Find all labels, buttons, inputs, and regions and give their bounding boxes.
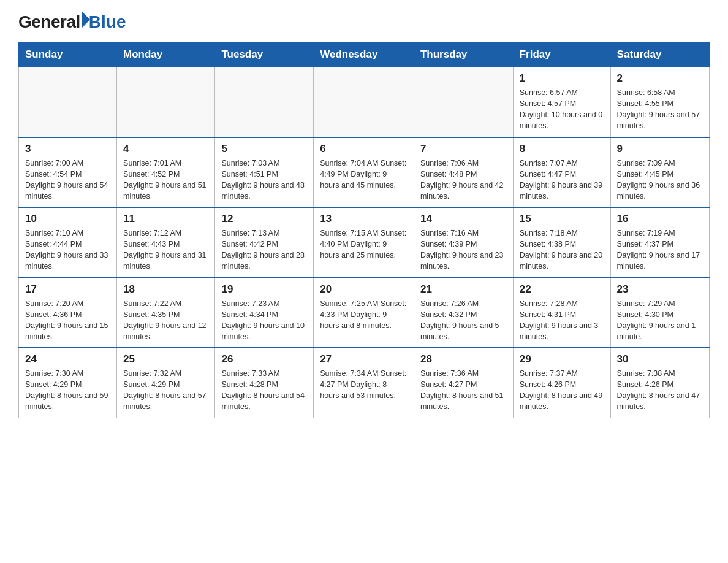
calendar-cell: 15Sunrise: 7:18 AM Sunset: 4:38 PM Dayli… bbox=[513, 207, 610, 278]
calendar-week-row: 17Sunrise: 7:20 AM Sunset: 4:36 PM Dayli… bbox=[19, 278, 710, 348]
calendar-cell: 4Sunrise: 7:01 AM Sunset: 4:52 PM Daylig… bbox=[117, 137, 215, 208]
day-number: 24 bbox=[25, 353, 110, 366]
day-number: 8 bbox=[520, 143, 604, 155]
day-number: 12 bbox=[221, 213, 307, 225]
calendar-cell: 16Sunrise: 7:19 AM Sunset: 4:37 PM Dayli… bbox=[610, 207, 709, 278]
day-info: Sunrise: 7:34 AM Sunset: 4:27 PM Dayligh… bbox=[320, 368, 408, 401]
day-number: 10 bbox=[25, 213, 110, 225]
logo-general-text: General bbox=[18, 12, 80, 32]
logo-blue-text: Blue bbox=[89, 12, 126, 32]
day-number: 23 bbox=[617, 283, 703, 296]
weekday-header-tuesday: Tuesday bbox=[215, 42, 314, 67]
calendar-cell: 26Sunrise: 7:33 AM Sunset: 4:28 PM Dayli… bbox=[215, 348, 314, 418]
weekday-header-wednesday: Wednesday bbox=[314, 42, 414, 67]
day-info: Sunrise: 7:30 AM Sunset: 4:29 PM Dayligh… bbox=[25, 368, 110, 413]
day-number: 25 bbox=[123, 353, 208, 366]
calendar-cell: 7Sunrise: 7:06 AM Sunset: 4:48 PM Daylig… bbox=[414, 137, 513, 208]
day-number: 29 bbox=[520, 353, 604, 366]
calendar-cell: 20Sunrise: 7:25 AM Sunset: 4:33 PM Dayli… bbox=[314, 278, 414, 348]
day-number: 3 bbox=[25, 143, 110, 155]
day-number: 14 bbox=[420, 213, 507, 225]
day-info: Sunrise: 7:13 AM Sunset: 4:42 PM Dayligh… bbox=[221, 228, 307, 272]
day-number: 4 bbox=[123, 143, 208, 155]
day-info: Sunrise: 7:00 AM Sunset: 4:54 PM Dayligh… bbox=[25, 158, 110, 202]
calendar-cell: 23Sunrise: 7:29 AM Sunset: 4:30 PM Dayli… bbox=[610, 278, 709, 348]
day-number: 19 bbox=[221, 283, 307, 296]
calendar-cell: 6Sunrise: 7:04 AM Sunset: 4:49 PM Daylig… bbox=[314, 137, 414, 208]
weekday-header-friday: Friday bbox=[513, 42, 610, 67]
calendar-week-row: 24Sunrise: 7:30 AM Sunset: 4:29 PM Dayli… bbox=[19, 348, 710, 418]
day-number: 5 bbox=[221, 143, 307, 155]
calendar-cell: 8Sunrise: 7:07 AM Sunset: 4:47 PM Daylig… bbox=[513, 137, 610, 208]
day-info: Sunrise: 7:36 AM Sunset: 4:27 PM Dayligh… bbox=[420, 368, 507, 413]
calendar-cell: 1Sunrise: 6:57 AM Sunset: 4:57 PM Daylig… bbox=[513, 67, 610, 137]
calendar-week-row: 10Sunrise: 7:10 AM Sunset: 4:44 PM Dayli… bbox=[19, 207, 710, 278]
day-info: Sunrise: 7:03 AM Sunset: 4:51 PM Dayligh… bbox=[221, 158, 307, 202]
day-number: 26 bbox=[221, 353, 307, 366]
calendar-cell: 11Sunrise: 7:12 AM Sunset: 4:43 PM Dayli… bbox=[117, 207, 215, 278]
day-number: 2 bbox=[617, 72, 703, 85]
calendar-week-row: 1Sunrise: 6:57 AM Sunset: 4:57 PM Daylig… bbox=[19, 67, 710, 137]
day-info: Sunrise: 7:04 AM Sunset: 4:49 PM Dayligh… bbox=[320, 158, 408, 191]
page-header: General Blue bbox=[18, 12, 710, 32]
calendar-cell: 19Sunrise: 7:23 AM Sunset: 4:34 PM Dayli… bbox=[215, 278, 314, 348]
day-number: 16 bbox=[617, 213, 703, 225]
calendar-cell: 2Sunrise: 6:58 AM Sunset: 4:55 PM Daylig… bbox=[610, 67, 709, 137]
day-number: 13 bbox=[320, 213, 408, 225]
calendar-cell bbox=[314, 67, 414, 137]
day-number: 1 bbox=[520, 72, 604, 85]
calendar-week-row: 3Sunrise: 7:00 AM Sunset: 4:54 PM Daylig… bbox=[19, 137, 710, 208]
logo-arrow-icon bbox=[82, 11, 90, 28]
day-info: Sunrise: 7:09 AM Sunset: 4:45 PM Dayligh… bbox=[617, 158, 703, 202]
calendar-cell: 24Sunrise: 7:30 AM Sunset: 4:29 PM Dayli… bbox=[19, 348, 117, 418]
calendar-table: SundayMondayTuesdayWednesdayThursdayFrid… bbox=[18, 42, 710, 418]
day-info: Sunrise: 7:29 AM Sunset: 4:30 PM Dayligh… bbox=[617, 298, 703, 343]
day-info: Sunrise: 6:58 AM Sunset: 4:55 PM Dayligh… bbox=[617, 87, 703, 132]
weekday-header-monday: Monday bbox=[117, 42, 215, 67]
day-info: Sunrise: 7:26 AM Sunset: 4:32 PM Dayligh… bbox=[420, 298, 507, 343]
calendar-cell: 5Sunrise: 7:03 AM Sunset: 4:51 PM Daylig… bbox=[215, 137, 314, 208]
weekday-header-saturday: Saturday bbox=[610, 42, 709, 67]
day-number: 18 bbox=[123, 283, 208, 296]
day-number: 30 bbox=[617, 353, 703, 366]
calendar-cell: 30Sunrise: 7:38 AM Sunset: 4:26 PM Dayli… bbox=[610, 348, 709, 418]
weekday-header-sunday: Sunday bbox=[19, 42, 117, 67]
weekday-header-thursday: Thursday bbox=[414, 42, 513, 67]
calendar-cell: 27Sunrise: 7:34 AM Sunset: 4:27 PM Dayli… bbox=[314, 348, 414, 418]
day-info: Sunrise: 7:23 AM Sunset: 4:34 PM Dayligh… bbox=[221, 298, 307, 343]
calendar-cell bbox=[414, 67, 513, 137]
day-number: 27 bbox=[320, 353, 408, 366]
calendar-cell bbox=[215, 67, 314, 137]
day-number: 21 bbox=[420, 283, 507, 296]
day-info: Sunrise: 6:57 AM Sunset: 4:57 PM Dayligh… bbox=[520, 87, 604, 132]
day-number: 7 bbox=[420, 143, 507, 155]
day-number: 9 bbox=[617, 143, 703, 155]
day-info: Sunrise: 7:12 AM Sunset: 4:43 PM Dayligh… bbox=[123, 228, 208, 272]
calendar-cell bbox=[19, 67, 117, 137]
calendar-cell: 18Sunrise: 7:22 AM Sunset: 4:35 PM Dayli… bbox=[117, 278, 215, 348]
day-info: Sunrise: 7:06 AM Sunset: 4:48 PM Dayligh… bbox=[420, 158, 507, 202]
calendar-cell: 29Sunrise: 7:37 AM Sunset: 4:26 PM Dayli… bbox=[513, 348, 610, 418]
calendar-cell bbox=[117, 67, 215, 137]
calendar-cell: 13Sunrise: 7:15 AM Sunset: 4:40 PM Dayli… bbox=[314, 207, 414, 278]
day-info: Sunrise: 7:22 AM Sunset: 4:35 PM Dayligh… bbox=[123, 298, 208, 343]
day-number: 28 bbox=[420, 353, 507, 366]
day-number: 15 bbox=[520, 213, 604, 225]
day-info: Sunrise: 7:18 AM Sunset: 4:38 PM Dayligh… bbox=[520, 228, 604, 272]
day-info: Sunrise: 7:28 AM Sunset: 4:31 PM Dayligh… bbox=[520, 298, 604, 343]
day-number: 22 bbox=[520, 283, 604, 296]
day-number: 6 bbox=[320, 143, 408, 155]
day-number: 20 bbox=[320, 283, 408, 296]
day-info: Sunrise: 7:25 AM Sunset: 4:33 PM Dayligh… bbox=[320, 298, 408, 331]
day-number: 11 bbox=[123, 213, 208, 225]
day-info: Sunrise: 7:19 AM Sunset: 4:37 PM Dayligh… bbox=[617, 228, 703, 272]
calendar-cell: 3Sunrise: 7:00 AM Sunset: 4:54 PM Daylig… bbox=[19, 137, 117, 208]
day-info: Sunrise: 7:10 AM Sunset: 4:44 PM Dayligh… bbox=[25, 228, 110, 272]
calendar-cell: 22Sunrise: 7:28 AM Sunset: 4:31 PM Dayli… bbox=[513, 278, 610, 348]
day-info: Sunrise: 7:33 AM Sunset: 4:28 PM Dayligh… bbox=[221, 368, 307, 413]
calendar-cell: 28Sunrise: 7:36 AM Sunset: 4:27 PM Dayli… bbox=[414, 348, 513, 418]
logo: General Blue bbox=[18, 12, 126, 32]
calendar-cell: 9Sunrise: 7:09 AM Sunset: 4:45 PM Daylig… bbox=[610, 137, 709, 208]
calendar-cell: 17Sunrise: 7:20 AM Sunset: 4:36 PM Dayli… bbox=[19, 278, 117, 348]
day-info: Sunrise: 7:07 AM Sunset: 4:47 PM Dayligh… bbox=[520, 158, 604, 202]
